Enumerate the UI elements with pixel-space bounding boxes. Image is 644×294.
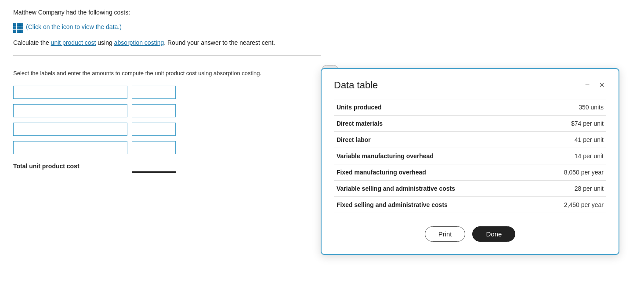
table-row: Fixed manufacturing overhead8,050 per ye… bbox=[334, 164, 606, 181]
modal-footer: Print Done bbox=[334, 226, 606, 242]
table-cell-value-6: 2,450 per year bbox=[534, 197, 606, 213]
input-row-2 bbox=[13, 104, 321, 117]
table-row: Variable selling and administrative cost… bbox=[334, 181, 606, 197]
table-cell-value-5: 28 per unit bbox=[534, 181, 606, 197]
table-row: Direct labor41 per unit bbox=[334, 132, 606, 148]
print-button[interactable]: Print bbox=[425, 226, 466, 242]
minimize-button[interactable]: − bbox=[583, 80, 592, 90]
done-button[interactable]: Done bbox=[472, 226, 515, 242]
table-row: Variable manufacturing overhead14 per un… bbox=[334, 148, 606, 164]
table-cell-value-1: $74 per unit bbox=[534, 116, 606, 132]
modal-title: Data table bbox=[334, 80, 378, 91]
value-input-2[interactable] bbox=[132, 104, 176, 117]
modal-header: Data table − × bbox=[334, 80, 606, 91]
value-input-3[interactable] bbox=[132, 123, 176, 136]
table-cell-label-4: Fixed manufacturing overhead bbox=[334, 164, 534, 181]
icon-link-label: (Click on the icon to view the data.) bbox=[26, 23, 122, 30]
total-row: Total unit product cost bbox=[13, 160, 321, 173]
table-row: Fixed selling and administrative costs2,… bbox=[334, 197, 606, 213]
label-input-4[interactable] bbox=[13, 141, 127, 154]
input-row-4 bbox=[13, 141, 321, 154]
total-label: Total unit product cost bbox=[13, 163, 127, 170]
data-icon-link[interactable]: (Click on the icon to view the data.) bbox=[13, 20, 321, 33]
label-input-2[interactable] bbox=[13, 104, 127, 117]
input-row-1 bbox=[13, 86, 321, 99]
table-row: Direct materials$74 per unit bbox=[334, 116, 606, 132]
table-cell-value-3: 14 per unit bbox=[534, 148, 606, 164]
table-cell-value-2: 41 per unit bbox=[534, 132, 606, 148]
close-button[interactable]: × bbox=[597, 80, 606, 90]
data-table: Units produced350 unitsDirect materials$… bbox=[334, 99, 606, 213]
grid-icon bbox=[13, 20, 23, 33]
value-input-4[interactable] bbox=[132, 141, 176, 154]
label-input-3[interactable] bbox=[13, 123, 127, 136]
input-row-3 bbox=[13, 123, 321, 136]
total-value-input[interactable] bbox=[132, 160, 176, 173]
divider bbox=[13, 55, 321, 56]
form-instruction: Select the labels and enter the amounts … bbox=[13, 69, 321, 78]
modal-controls: − × bbox=[583, 80, 606, 90]
label-input-1[interactable] bbox=[13, 86, 127, 99]
table-cell-label-5: Variable selling and administrative cost… bbox=[334, 181, 534, 197]
table-row: Units produced350 units bbox=[334, 99, 606, 116]
value-input-1[interactable] bbox=[132, 86, 176, 99]
table-cell-label-2: Direct labor bbox=[334, 132, 534, 148]
table-cell-value-4: 8,050 per year bbox=[534, 164, 606, 181]
intro-text: Matthew Company had the following costs: bbox=[13, 9, 321, 16]
table-cell-label-1: Direct materials bbox=[334, 116, 534, 132]
table-cell-label-6: Fixed selling and administrative costs bbox=[334, 197, 534, 213]
table-cell-label-0: Units produced bbox=[334, 99, 534, 116]
data-table-modal: Data table − × Units produced350 unitsDi… bbox=[321, 68, 619, 255]
table-cell-value-0: 350 units bbox=[534, 99, 606, 116]
table-cell-label-3: Variable manufacturing overhead bbox=[334, 148, 534, 164]
instruction-text: Calculate the unit product cost using ab… bbox=[13, 38, 321, 47]
